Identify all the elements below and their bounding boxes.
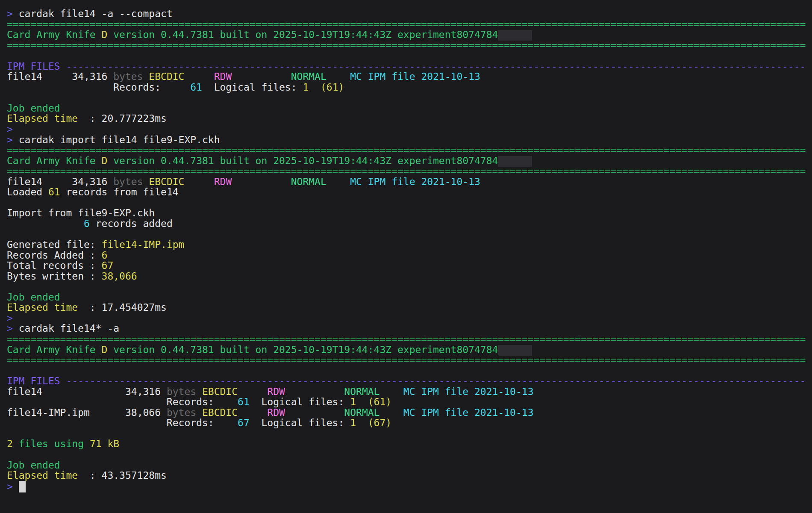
logical-files-count: 1 bbox=[350, 417, 356, 428]
records-count: 61 bbox=[190, 82, 202, 93]
terminal-line: IPM FILES ------------------------------… bbox=[7, 376, 812, 386]
logical-records-count: (61) bbox=[368, 396, 391, 407]
records-label: Records: bbox=[7, 396, 238, 407]
section-rule: ----------------------------------------… bbox=[66, 375, 806, 386]
text-segment bbox=[232, 71, 291, 82]
terminal-line: ========================================… bbox=[7, 40, 812, 51]
terminal-line: Import from file9-EXP.ckh bbox=[7, 208, 812, 218]
banner-version: version 0.44.7381 built on 2025-10-19T19… bbox=[107, 155, 498, 166]
separator-line: ========================================… bbox=[7, 19, 806, 30]
text-segment bbox=[143, 71, 149, 82]
total-records-value: 67 bbox=[102, 260, 114, 271]
terminal-line: Total records : 67 bbox=[7, 260, 812, 271]
record-format: RDW bbox=[214, 176, 232, 187]
terminal-line: Job ended bbox=[7, 103, 812, 114]
terminal-line bbox=[7, 281, 812, 292]
elapsed-value: : 20.777223ms bbox=[78, 113, 167, 124]
separator-line: ========================================… bbox=[7, 333, 806, 345]
terminal-line: file14 34,316 bytes EBCDIC RDW NORMAL MC… bbox=[7, 71, 812, 82]
separator-line: ========================================… bbox=[7, 165, 806, 177]
terminal-line: file14 34,316 bytes EBCDIC RDW NORMAL MC… bbox=[7, 177, 812, 187]
banner-text: Card Army Knife bbox=[7, 155, 102, 166]
terminal-line: Bytes written : 38,066 bbox=[7, 271, 812, 282]
text-segment: records added bbox=[90, 218, 173, 229]
separator-line: ========================================… bbox=[7, 40, 806, 51]
terminal-line bbox=[7, 198, 812, 208]
terminal-line: > cardak import file14 file9-EXP.ckh bbox=[7, 135, 812, 145]
text-segment bbox=[327, 71, 350, 82]
text-segment bbox=[238, 386, 267, 397]
file-type-date: MC IPM file 2021-10-13 bbox=[403, 386, 534, 397]
prompt: > bbox=[7, 124, 13, 135]
text-segment bbox=[143, 176, 149, 187]
records-added-label: Records Added : bbox=[7, 250, 102, 261]
records-added-value: 6 bbox=[102, 250, 108, 261]
file-name-and-size: file14-IMP.ipm 38,066 bbox=[7, 407, 167, 418]
bytes-label: bytes bbox=[167, 386, 196, 397]
file-count: 2 bbox=[7, 438, 13, 449]
terminal-line: Records Added : 6 bbox=[7, 250, 812, 261]
text-segment: Loaded bbox=[7, 186, 48, 198]
elapsed-label: Elapsed time bbox=[7, 113, 78, 124]
prompt: > bbox=[7, 323, 13, 334]
terminal-line: > bbox=[7, 124, 812, 135]
section-header: IPM FILES bbox=[7, 375, 66, 386]
bytes-written-label: Bytes written : bbox=[7, 271, 102, 282]
terminal-line bbox=[7, 366, 812, 376]
encoding: EBCDIC bbox=[149, 71, 184, 82]
prompt: > bbox=[7, 134, 13, 145]
terminal-line bbox=[7, 92, 812, 103]
file-status: NORMAL bbox=[344, 386, 380, 397]
terminal-line: Loaded 61 records from file14 bbox=[7, 187, 812, 198]
terminal-line: Card Army Knife D version 0.44.7381 buil… bbox=[7, 156, 812, 166]
redacted-box bbox=[498, 345, 532, 356]
records-count: 67 bbox=[238, 417, 250, 428]
terminal-line: Records: 61 Logical files: 1 (61) bbox=[7, 397, 812, 407]
records-label: Records: bbox=[7, 417, 238, 428]
terminal-line: Generated file: file14-IMP.ipm bbox=[7, 239, 812, 250]
bytes-label: bytes bbox=[113, 176, 143, 187]
logical-files-label: Logical files: bbox=[202, 82, 303, 93]
terminal-line: 2 files using 71 kB bbox=[7, 439, 812, 449]
record-format: RDW bbox=[267, 407, 285, 418]
encoding: EBCDIC bbox=[149, 176, 184, 187]
file-status: NORMAL bbox=[291, 71, 327, 82]
terminal-line: Records: 67 Logical files: 1 (67) bbox=[7, 418, 812, 428]
text-segment bbox=[380, 407, 403, 418]
total-size: 71 kB bbox=[90, 438, 119, 449]
terminal-line: file14 34,316 bytes EBCDIC RDW NORMAL MC… bbox=[7, 386, 812, 397]
terminal-line: Job ended bbox=[7, 460, 812, 471]
text-segment bbox=[285, 386, 344, 397]
terminal[interactable]: > cardak file14 -a --compact============… bbox=[0, 0, 812, 513]
banner-edition: D bbox=[102, 155, 108, 166]
terminal-line: > cardak file14 -a --compact bbox=[7, 9, 812, 19]
terminal-line bbox=[7, 449, 812, 460]
text-segment bbox=[356, 417, 368, 428]
banner-edition: D bbox=[102, 344, 108, 355]
elapsed-label: Elapsed time bbox=[7, 302, 78, 313]
elapsed-value: : 17.454027ms bbox=[78, 302, 167, 313]
file-status: NORMAL bbox=[344, 407, 380, 418]
terminal-line: ========================================… bbox=[7, 19, 812, 30]
logical-files-count: 1 bbox=[350, 396, 356, 407]
prompt: > bbox=[7, 8, 13, 19]
section-header: IPM FILES bbox=[7, 61, 66, 72]
redacted-box bbox=[498, 30, 532, 41]
command-text: cardak import file14 file9-EXP.ckh bbox=[13, 134, 220, 145]
terminal-line: Card Army Knife D version 0.44.7381 buil… bbox=[7, 29, 812, 40]
terminal-line: 6 records added bbox=[7, 218, 812, 229]
file-type-date: MC IPM file 2021-10-13 bbox=[350, 176, 480, 187]
job-ended: Job ended bbox=[7, 103, 60, 114]
banner-version: version 0.44.7381 built on 2025-10-19T19… bbox=[107, 29, 498, 40]
text-segment bbox=[184, 71, 214, 82]
terminal-line: ========================================… bbox=[7, 145, 812, 156]
prompt: > bbox=[7, 481, 13, 492]
terminal-line: Elapsed time : 20.777223ms bbox=[7, 113, 812, 124]
generated-file-value: file14-IMP.ipm bbox=[102, 239, 185, 250]
text-segment bbox=[380, 386, 403, 397]
file-status: NORMAL bbox=[291, 176, 327, 187]
generated-file-label: Generated file: bbox=[7, 239, 102, 250]
cursor-block bbox=[19, 481, 26, 492]
terminal-line: IPM FILES ------------------------------… bbox=[7, 61, 812, 72]
bytes-label: bytes bbox=[167, 407, 196, 418]
